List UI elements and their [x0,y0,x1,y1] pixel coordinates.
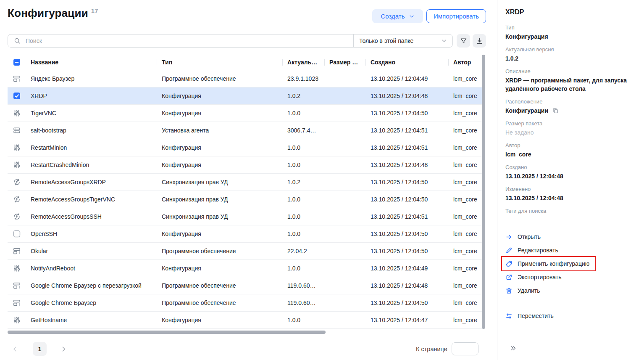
copy-icon[interactable] [552,107,559,114]
table-row[interactable]: NotifyAndReboot Конфигурация 1.0.0 13.10… [8,260,482,277]
sync-icon [13,178,21,186]
search-field[interactable] [8,34,353,47]
table-row[interactable]: Okular Программное обеспечение 22.04.2 1… [8,243,482,260]
field-label: Описание [505,68,636,75]
field-value: 1.0.2 [505,54,518,63]
field-label: Размер пакета [505,120,636,127]
sliders-icon [13,265,21,272]
row-version: 1.0.0 [282,110,324,116]
table-row[interactable]: RemoteAccessGroupsXRDP Синхронизация пра… [8,174,482,191]
row-name: RemoteAccessGroupsTigerVNC [31,196,157,203]
download-icon [476,37,483,45]
row-name: GetHostname [31,317,157,323]
row-author: lcm_core [448,213,482,220]
details-actions: Открыть Редактировать Применить конфигур… [505,230,636,323]
goto-page-input[interactable] [452,342,478,355]
row-version: 1.0.0 [282,161,324,168]
row-created: 13.10.2025 / 12:04:50 [365,110,448,116]
row-type: Программное обеспечение [157,75,282,82]
chevron-down-icon [441,38,447,44]
field-value: 13.10.2025 / 12:04:48 [505,172,563,180]
action-tag[interactable]: Применить конфигурацию [502,257,595,270]
details-field: Создано 13.10.2025 / 12:04:48 [505,164,636,180]
row-created: 13.10.2025 / 12:04:50 [365,299,448,306]
software-icon [13,75,21,82]
action-label: Редактировать [518,247,558,254]
column-header-name[interactable]: Название [31,59,157,66]
goto-page-label: К странице [416,346,447,352]
row-author: lcm_core [448,282,482,289]
field-label: Изменено [505,186,636,193]
table-row[interactable]: TigerVNC Конфигурация 1.0.0 13.10.2025 /… [8,105,482,122]
row-name: RestartCrashedMinion [31,161,157,168]
action-pencil[interactable]: Редактировать [502,244,564,257]
software-icon [13,282,21,289]
pencil-icon [505,247,513,254]
arrow-right-icon [505,233,513,241]
vertical-scrollbar[interactable] [482,55,485,329]
search-input[interactable] [25,37,353,45]
table-row[interactable]: GetHostname Конфигурация 1.0.0 13.10.202… [8,312,482,329]
pagination-prev-icon[interactable] [12,346,18,352]
table-row[interactable]: Google Chrome Браузер Программное обеспе… [8,294,482,312]
action-arrow-right[interactable]: Открыть [502,230,547,244]
table-row[interactable]: salt-bootstrap Установка агента 3006.7.4… [8,122,482,139]
import-button-label: Импортировать [434,13,479,20]
page-head: Конфигурации17 [8,7,98,20]
export-icon [505,274,513,281]
import-button[interactable]: Импортировать [426,9,486,23]
collapse-panel-icon[interactable] [510,345,517,352]
field-label: Тип [505,24,636,31]
sliders-icon [13,316,21,324]
row-name: Яндекс Браузер [31,75,157,82]
create-button[interactable]: Создать [372,9,423,23]
select-all-checkbox[interactable] [13,58,21,66]
column-header-created[interactable]: Создано [365,59,448,66]
table-row[interactable]: RemoteAccessGroupsSSH Синхронизация прав… [8,208,482,225]
table-row[interactable]: OpenSSH Конфигурация 1.0.0 13.10.2025 / … [8,225,482,243]
action-trash[interactable]: Удалить [502,284,546,297]
column-header-author[interactable]: Автор [448,59,482,66]
row-author: lcm_core [448,110,482,116]
table-row[interactable]: XRDP Конфигурация 1.0.2 13.10.2025 / 12:… [8,87,482,105]
table-row[interactable]: Яндекс Браузер Программное обеспечение 2… [8,70,482,87]
action-export[interactable]: Экспортировать [502,270,567,284]
row-type: Программное обеспечение [157,282,282,289]
trash-icon [505,287,513,294]
row-checkbox[interactable] [13,230,21,238]
folder-scope-value: Только в этой папке [359,37,413,44]
details-field: Актуальная версия 1.0.2 [505,46,636,63]
row-type: Программное обеспечение [157,299,282,306]
details-field: Расположение Конфигурации [505,98,636,115]
row-type: Конфигурация [157,317,282,323]
pagination-page-1[interactable]: 1 [33,342,47,356]
column-header-type[interactable]: Тип [157,59,282,66]
row-name: RemoteAccessGroupsXRDP [31,179,157,185]
table-row[interactable]: Google Chrome Браузер с перезагрузкой Пр… [8,277,482,294]
table-row[interactable]: RestartCrashedMinion Конфигурация 1.0.0 … [8,156,482,174]
row-name: NotifyAndReboot [31,265,157,272]
action-label: Удалить [518,287,540,294]
row-version: 23.9.1.1023 [282,75,324,82]
action-label: Открыть [518,233,541,240]
page-title: Конфигурации [8,7,88,19]
column-header-size[interactable]: Размер … [324,59,365,66]
row-checkbox[interactable] [13,92,21,100]
row-author: lcm_core [448,196,482,203]
filter-button[interactable] [457,34,470,48]
row-type: Конфигурация [157,161,282,168]
table-row[interactable]: RemoteAccessGroupsTigerVNC Синхронизация… [8,191,482,208]
horizontal-scrollbar[interactable] [8,331,326,334]
folder-scope-select[interactable]: Только в этой папке [353,34,452,47]
pagination-next-icon[interactable] [60,346,67,352]
action-move[interactable]: Переместить [502,309,560,323]
row-type: Установка агента [157,127,282,134]
row-version: 1.0.0 [282,144,324,151]
column-header-version[interactable]: Актуаль… [282,59,324,66]
main-area: Конфигурации17 Создать Импортировать Тол… [0,0,497,360]
row-type: Конфигурация [157,265,282,272]
field-value: Конфигурация [505,32,548,41]
row-author: lcm_core [448,93,482,99]
table-row[interactable]: RestartMinion Конфигурация 1.0.0 13.10.2… [8,139,482,156]
download-button[interactable] [473,34,486,48]
